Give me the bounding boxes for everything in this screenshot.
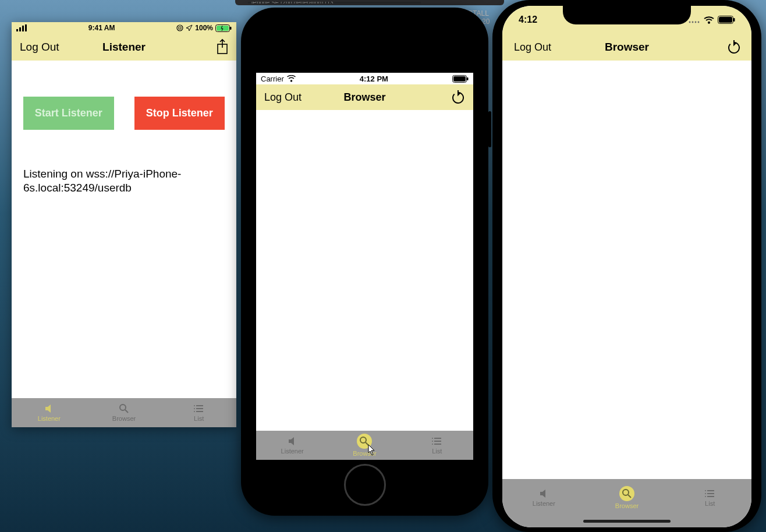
listener-content: Start Listener Stop Listener Listening o… [12,61,236,398]
status-bar: 9:41 AM 100% [12,22,236,34]
screen: 4:12 Log Out Browser Listener [502,6,751,527]
device-notch [563,6,691,24]
status-bar: Carrier 4:12 PM [256,73,473,84]
svg-rect-26 [733,18,735,22]
search-icon [622,488,632,499]
tab-list[interactable]: List [401,431,473,460]
svg-rect-7 [230,27,232,30]
tab-listener[interactable]: Listener [12,398,87,427]
battery-icon [718,16,735,24]
tab-list[interactable]: List [161,398,236,427]
logout-button[interactable]: Log Out [264,91,302,104]
nav-bar: Log Out Browser [502,34,751,61]
nav-bar: Log Out Listener [12,34,236,61]
status-time: 9:41 AM [88,24,115,32]
battery-icon [215,24,232,32]
battery-percent: 100% [195,24,213,32]
svg-point-10 [194,405,195,406]
svg-point-20 [689,22,691,23]
cell-signal-icon [16,24,27,31]
orientation-lock-icon [176,24,183,31]
listener-status-text: Listening on wss://Priya-iPhone-6s.local… [23,167,225,195]
home-button[interactable] [344,464,386,506]
nav-bar: Log Out Browser [256,84,473,110]
speaker-icon [287,436,297,446]
start-listener-button[interactable]: Start Listener [23,97,114,130]
home-indicator[interactable] [583,520,671,523]
svg-rect-15 [467,77,469,80]
tab-browser[interactable]: Browser [586,479,669,516]
svg-rect-0 [16,29,18,31]
simulator-browser-iphone8: Carrier 4:12 PM Log Out Browser Listener [241,8,488,516]
page-title: Browser [343,91,385,104]
tab-label: Listener [533,500,555,507]
refresh-icon[interactable] [451,89,465,105]
tab-bar: Listener Browser List [256,431,473,460]
tab-list[interactable]: List [668,479,751,516]
simulator-browser-iphonex: 4:12 Log Out Browser Listener [492,0,761,532]
wifi-icon [287,75,296,82]
list-icon [194,403,204,414]
svg-point-30 [705,496,706,497]
cell-signal-icon [689,16,700,23]
tab-label: List [705,500,715,507]
svg-point-19 [432,444,433,445]
svg-rect-3 [25,24,27,31]
search-icon [119,403,129,414]
logout-button[interactable]: Log Out [20,41,59,54]
svg-point-21 [692,22,694,23]
svg-point-22 [695,22,697,23]
browser-content [502,61,751,479]
screen: Carrier 4:12 PM Log Out Browser Listener [256,73,473,460]
location-icon [186,24,193,31]
xcode-status: iPhone SE (2nd generation) (13… [248,2,421,3]
battery-icon [452,75,469,83]
tab-highlight [619,486,634,501]
tab-listener[interactable]: Listener [502,479,586,516]
page-title: Browser [605,41,649,54]
status-time: 4:12 PM [360,75,388,83]
list-icon [432,436,442,446]
svg-point-28 [705,490,706,491]
tab-label: Listener [38,415,61,422]
svg-rect-14 [453,76,466,81]
svg-rect-25 [719,17,732,23]
mouse-cursor-icon [368,444,376,456]
stop-listener-button[interactable]: Stop Listener [134,97,225,130]
list-icon [705,488,715,499]
speaker-icon [44,403,54,414]
tab-label: Browser [615,502,639,509]
tab-label: List [194,415,204,422]
svg-point-11 [194,408,195,409]
svg-point-18 [432,441,433,442]
page-title: Listener [102,41,146,54]
svg-point-9 [120,405,126,410]
svg-point-4 [177,25,183,31]
xcode-status-text: iPhone SE (2nd generation) (13… [251,2,339,3]
browser-content [256,110,473,431]
svg-point-29 [705,493,706,494]
svg-point-17 [432,438,433,439]
svg-rect-1 [19,27,21,31]
svg-point-12 [194,411,195,412]
svg-point-27 [623,490,629,495]
speaker-icon [538,488,549,499]
tab-browser[interactable]: Browser [87,398,162,427]
device-side-button [488,111,491,147]
status-time: 4:12 [519,15,537,25]
svg-rect-2 [22,26,24,31]
refresh-icon[interactable] [727,39,741,55]
carrier-label: Carrier [261,75,284,83]
svg-point-16 [360,437,366,443]
svg-point-23 [698,22,700,23]
tab-bar: Listener Browser List [12,398,236,427]
tab-browser[interactable]: Browser [328,431,400,460]
tab-label: Browser [112,415,136,422]
tab-listener[interactable]: Listener [256,431,328,460]
logout-button[interactable]: Log Out [514,41,551,54]
share-icon[interactable] [215,38,229,56]
tab-label: Listener [281,448,304,455]
simulator-listener: 9:41 AM 100% Log Out Listener Start List… [12,22,236,427]
wifi-icon [704,16,714,24]
tab-label: List [432,448,442,455]
